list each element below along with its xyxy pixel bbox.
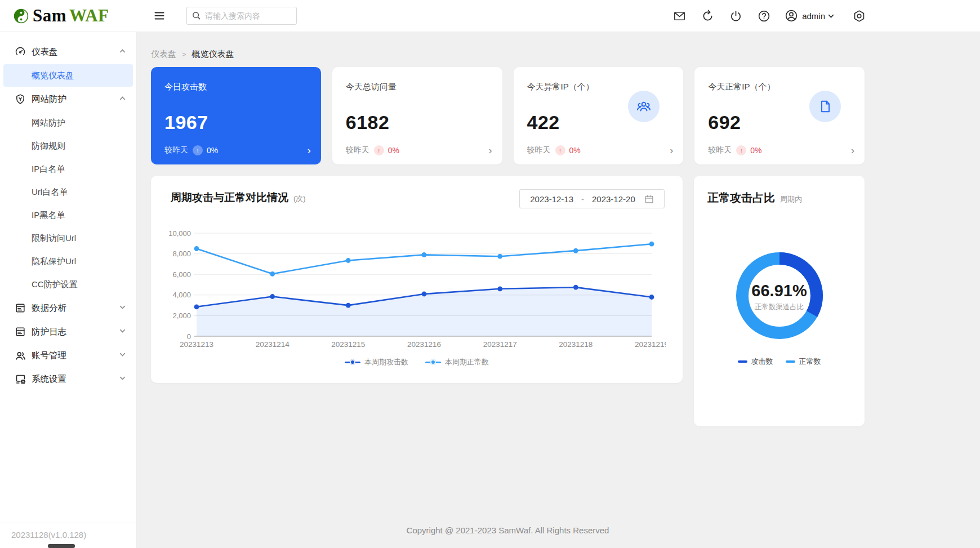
donut-chart: 66.91% 正常数渠道占比 [733, 250, 826, 344]
sidebar-item-label: CC防护设置 [32, 279, 78, 290]
sidebar-item-ip-whitelist[interactable]: IP白名单 [3, 158, 133, 180]
chevron-down-icon [119, 350, 126, 360]
stat-card-title: 今天总访问量 [346, 82, 489, 92]
svg-text:20231216: 20231216 [407, 340, 441, 349]
sidebar-item-label: 仪表盘 [32, 46, 119, 58]
sidebar-item-url-whitelist[interactable]: Url白名单 [3, 181, 133, 203]
date-end: 2023-12-20 [592, 194, 635, 204]
file-icon [809, 91, 841, 122]
sidebar-item-label: IP黑名单 [32, 210, 65, 221]
legend-item[interactable]: 本周期正常数 [425, 357, 489, 367]
version-label: 20231128(v1.0.128) [11, 530, 86, 540]
sidebar-item-label: 概览仪表盘 [32, 70, 74, 81]
stat-card-title: 今日攻击数 [164, 82, 308, 92]
user-menu[interactable]: admin [785, 9, 835, 23]
help-icon[interactable] [756, 8, 771, 23]
sidebar-item-privacy-protection-url[interactable]: 隐私保护Url [3, 250, 133, 273]
sidebar-item-site-protection[interactable]: 网站防护 [3, 112, 133, 134]
legend-item[interactable]: 本周期攻击数 [345, 357, 408, 367]
donut-chart-legend: 攻击数正常数 [707, 357, 851, 367]
search-box [186, 7, 297, 25]
sidebar-item-dashboard[interactable]: 仪表盘 [0, 40, 136, 64]
mail-icon[interactable] [672, 8, 687, 23]
sidebar-item-restrict-access-url[interactable]: 限制访问Url [3, 227, 133, 250]
sidebar-item-protection-logs[interactable]: 防护日志 [0, 320, 136, 344]
chevron-down-icon [119, 303, 126, 313]
legend-label: 本周期正常数 [445, 357, 489, 367]
yinyang-logo-icon [14, 8, 29, 24]
compare-label: 较昨天 [708, 145, 732, 155]
donut-legend-item[interactable]: 正常数 [786, 357, 821, 367]
chevron-right-icon[interactable]: › [488, 145, 492, 155]
sidebar-menu: 仪表盘概览仪表盘网站防护网站防护防御规则IP白名单Url白名单IP黑名单限制访问… [0, 40, 136, 391]
stat-card-footer: 较昨天↑0%› [346, 145, 492, 155]
user-avatar-icon [785, 9, 798, 23]
horizontal-scrollbar-thumb[interactable] [48, 544, 75, 548]
date-range-picker[interactable]: 2023-12-13 - 2023-12-20 [519, 189, 665, 208]
breadcrumb: 仪表盘 > 概览仪表盘 [151, 49, 865, 60]
line-chart-legend: 本周期攻击数本周期正常数 [164, 357, 669, 367]
ratio-donut-panel: 正常攻击占比 周期内 66.91% 正常数渠道占比 攻击数正常数 [694, 176, 865, 426]
legend-label: 正常数 [799, 357, 821, 367]
chevron-right-icon[interactable]: › [307, 145, 310, 155]
power-icon[interactable] [728, 8, 743, 23]
sidebar-item-defense-rules[interactable]: 防御规则 [3, 135, 133, 157]
chevron-down-icon [119, 327, 126, 337]
sidebar-item-cc-protection-settings[interactable]: CC防护设置 [3, 273, 133, 296]
stat-card-today-normal-ip: 今天正常IP（个）692较昨天↑0%› [694, 67, 865, 164]
legend-line-dot-icon [345, 359, 360, 365]
sidebar-item-label: 账号管理 [32, 350, 119, 362]
sidebar-item-system-settings[interactable]: 系统设置 [0, 367, 136, 391]
compare-label: 较昨天 [527, 145, 551, 155]
chevron-down-icon [827, 12, 835, 20]
chevron-down-icon [119, 374, 126, 384]
percent-value: 0% [569, 146, 581, 155]
arrow-up-badge-icon: ↑ [193, 145, 203, 155]
stat-card-title: 今天异常IP（个） [527, 82, 670, 92]
breadcrumb-parent[interactable]: 仪表盘 [151, 49, 176, 60]
calendar-icon [644, 194, 654, 204]
svg-text:20231218: 20231218 [559, 340, 593, 349]
sidebar-item-label: 防御规则 [32, 141, 65, 152]
stat-card-value: 6182 [346, 112, 489, 133]
search-input[interactable] [186, 7, 297, 25]
sidebar-item-ip-blacklist[interactable]: IP黑名单 [3, 204, 133, 226]
sidebar-item-data-analysis[interactable]: 数据分析 [0, 296, 136, 320]
menu-collapse-icon[interactable] [150, 7, 168, 25]
sidebar-item-overview-dashboard[interactable]: 概览仪表盘 [3, 64, 133, 87]
header-actions: admin [658, 8, 980, 23]
chevron-right-icon[interactable]: › [670, 145, 673, 155]
users-icon [15, 350, 26, 361]
stat-card-footer: 较昨天↑0%› [527, 145, 674, 155]
main-content: 仪表盘 > 概览仪表盘 今日攻击数1967较昨天↑0%›今天总访问量6182较昨… [137, 32, 980, 548]
date-start: 2023-12-13 [530, 194, 573, 204]
sidebar-item-label: 防护日志 [32, 326, 119, 338]
sidebar-item-label: IP白名单 [32, 164, 65, 175]
sidebar-item-account-management[interactable]: 账号管理 [0, 344, 136, 367]
stat-card-value: 1967 [164, 112, 308, 133]
chevron-up-icon [119, 47, 126, 57]
sidebar-item-label: 数据分析 [32, 302, 119, 314]
stat-card-footer: 较昨天↑0%› [164, 145, 311, 155]
percent-value: 0% [207, 146, 218, 155]
refresh-icon[interactable] [700, 8, 715, 23]
team-icon [628, 91, 660, 122]
legend-line-dot-icon [425, 359, 441, 365]
trend-panel-title: 周期攻击与正常对比情况 [171, 190, 288, 205]
stat-card-title: 今天正常IP（个） [708, 82, 851, 92]
username-label: admin [802, 11, 825, 21]
legend-swatch-icon [738, 360, 747, 363]
sidebar-item-label: 限制访问Url [32, 233, 76, 244]
chevron-right-icon[interactable]: › [851, 145, 854, 155]
trend-panel-unit: (次) [293, 194, 306, 204]
stat-card-today-total-visits: 今天总访问量6182较昨天↑0%› [332, 67, 502, 164]
gear-icon[interactable] [852, 8, 866, 23]
svg-text:6,000: 6,000 [172, 270, 191, 279]
donut-legend-item[interactable]: 攻击数 [738, 357, 773, 367]
svg-text:20231215: 20231215 [331, 340, 365, 349]
legend-swatch-icon [786, 360, 795, 363]
svg-text:20231217: 20231217 [483, 340, 517, 349]
stat-card-today-abnormal-ip: 今天异常IP（个）422较昨天↑0%› [514, 67, 684, 164]
doc-lines-icon [15, 302, 26, 314]
sidebar-item-site-protection-group[interactable]: 网站防护 [0, 87, 136, 111]
